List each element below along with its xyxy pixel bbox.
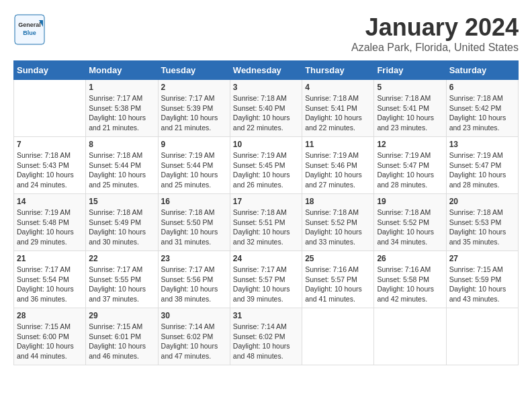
weekday-header-cell: Saturday: [446, 61, 518, 80]
calendar-cell: 17Sunrise: 7:18 AM Sunset: 5:51 PM Dayli…: [230, 194, 302, 251]
day-number: 14: [17, 197, 83, 206]
day-number: 9: [161, 140, 227, 149]
calendar-cell: 5Sunrise: 7:18 AM Sunset: 5:41 PM Daylig…: [374, 80, 446, 137]
day-number: 17: [233, 197, 299, 206]
day-info: Sunrise: 7:18 AM Sunset: 5:51 PM Dayligh…: [233, 208, 299, 247]
day-number: 11: [305, 140, 371, 149]
calendar-cell: 4Sunrise: 7:18 AM Sunset: 5:41 PM Daylig…: [302, 80, 374, 137]
calendar-cell: 20Sunrise: 7:18 AM Sunset: 5:53 PM Dayli…: [446, 194, 518, 251]
calendar-table: SundayMondayTuesdayWednesdayThursdayFrid…: [13, 60, 519, 365]
day-info: Sunrise: 7:19 AM Sunset: 5:46 PM Dayligh…: [305, 150, 371, 190]
day-info: Sunrise: 7:17 AM Sunset: 5:57 PM Dayligh…: [233, 265, 299, 304]
weekday-header-cell: Monday: [86, 61, 158, 80]
calendar-cell: 25Sunrise: 7:16 AM Sunset: 5:57 PM Dayli…: [302, 251, 374, 308]
month-title: January 2024: [351, 13, 519, 42]
day-number: 5: [377, 83, 443, 92]
day-info: Sunrise: 7:17 AM Sunset: 5:54 PM Dayligh…: [17, 265, 83, 304]
day-info: Sunrise: 7:15 AM Sunset: 6:00 PM Dayligh…: [17, 322, 83, 361]
calendar-cell: [302, 308, 374, 365]
title-section: January 2024 Azalea Park, Florida, Unite…: [351, 13, 519, 54]
calendar-cell: 9Sunrise: 7:19 AM Sunset: 5:44 PM Daylig…: [158, 137, 230, 194]
day-number: 6: [449, 83, 515, 92]
calendar-cell: 29Sunrise: 7:15 AM Sunset: 6:01 PM Dayli…: [86, 308, 158, 365]
logo-graphic: General Blue: [13, 13, 46, 46]
location-title: Azalea Park, Florida, United States: [351, 42, 519, 54]
calendar-cell: [374, 308, 446, 365]
day-info: Sunrise: 7:15 AM Sunset: 6:01 PM Dayligh…: [89, 322, 154, 361]
day-info: Sunrise: 7:19 AM Sunset: 5:44 PM Dayligh…: [161, 150, 227, 190]
calendar-cell: [14, 80, 86, 137]
calendar-cell: 1Sunrise: 7:17 AM Sunset: 5:38 PM Daylig…: [86, 80, 158, 137]
weekday-header-cell: Wednesday: [230, 61, 302, 80]
day-number: 1: [89, 83, 154, 92]
page-header: General Blue January 2024 Azalea Park, F…: [13, 13, 519, 54]
day-number: 2: [161, 83, 227, 92]
weekday-header-cell: Thursday: [302, 61, 374, 80]
calendar-cell: 18Sunrise: 7:18 AM Sunset: 5:52 PM Dayli…: [302, 194, 374, 251]
weekday-header-cell: Tuesday: [158, 61, 230, 80]
calendar-cell: 21Sunrise: 7:17 AM Sunset: 5:54 PM Dayli…: [14, 251, 86, 308]
calendar-cell: 15Sunrise: 7:18 AM Sunset: 5:49 PM Dayli…: [86, 194, 158, 251]
day-info: Sunrise: 7:14 AM Sunset: 6:02 PM Dayligh…: [233, 322, 299, 361]
weekday-header-cell: Friday: [374, 61, 446, 80]
svg-text:General: General: [18, 21, 41, 28]
calendar-cell: [446, 308, 518, 365]
day-number: 30: [161, 311, 227, 320]
day-info: Sunrise: 7:17 AM Sunset: 5:55 PM Dayligh…: [89, 265, 154, 304]
day-number: 3: [233, 83, 299, 92]
calendar-cell: 24Sunrise: 7:17 AM Sunset: 5:57 PM Dayli…: [230, 251, 302, 308]
calendar-cell: 27Sunrise: 7:15 AM Sunset: 5:59 PM Dayli…: [446, 251, 518, 308]
day-number: 20: [449, 197, 515, 206]
day-number: 24: [233, 254, 299, 263]
calendar-cell: 10Sunrise: 7:19 AM Sunset: 5:45 PM Dayli…: [230, 137, 302, 194]
calendar-cell: 11Sunrise: 7:19 AM Sunset: 5:46 PM Dayli…: [302, 137, 374, 194]
calendar-cell: 19Sunrise: 7:18 AM Sunset: 5:52 PM Dayli…: [374, 194, 446, 251]
day-number: 18: [305, 197, 371, 206]
day-info: Sunrise: 7:17 AM Sunset: 5:39 PM Dayligh…: [161, 93, 227, 133]
calendar-week-row: 1Sunrise: 7:17 AM Sunset: 5:38 PM Daylig…: [14, 80, 519, 137]
weekday-header-row: SundayMondayTuesdayWednesdayThursdayFrid…: [14, 61, 519, 80]
calendar-week-row: 21Sunrise: 7:17 AM Sunset: 5:54 PM Dayli…: [14, 251, 519, 308]
day-info: Sunrise: 7:18 AM Sunset: 5:41 PM Dayligh…: [305, 93, 371, 133]
calendar-cell: 31Sunrise: 7:14 AM Sunset: 6:02 PM Dayli…: [230, 308, 302, 365]
calendar-cell: 30Sunrise: 7:14 AM Sunset: 6:02 PM Dayli…: [158, 308, 230, 365]
day-info: Sunrise: 7:18 AM Sunset: 5:41 PM Dayligh…: [377, 93, 443, 133]
calendar-cell: 8Sunrise: 7:18 AM Sunset: 5:44 PM Daylig…: [86, 137, 158, 194]
calendar-cell: 12Sunrise: 7:19 AM Sunset: 5:47 PM Dayli…: [374, 137, 446, 194]
day-info: Sunrise: 7:16 AM Sunset: 5:58 PM Dayligh…: [377, 265, 443, 304]
day-number: 7: [17, 140, 83, 149]
day-info: Sunrise: 7:18 AM Sunset: 5:49 PM Dayligh…: [89, 208, 154, 247]
calendar-cell: 7Sunrise: 7:18 AM Sunset: 5:43 PM Daylig…: [14, 137, 86, 194]
day-number: 27: [449, 254, 515, 263]
calendar-cell: 3Sunrise: 7:18 AM Sunset: 5:40 PM Daylig…: [230, 80, 302, 137]
calendar-cell: 22Sunrise: 7:17 AM Sunset: 5:55 PM Dayli…: [86, 251, 158, 308]
calendar-week-row: 14Sunrise: 7:19 AM Sunset: 5:48 PM Dayli…: [14, 194, 519, 251]
day-info: Sunrise: 7:17 AM Sunset: 5:38 PM Dayligh…: [89, 93, 154, 133]
day-info: Sunrise: 7:18 AM Sunset: 5:42 PM Dayligh…: [449, 93, 515, 133]
calendar-cell: 2Sunrise: 7:17 AM Sunset: 5:39 PM Daylig…: [158, 80, 230, 137]
calendar-cell: 26Sunrise: 7:16 AM Sunset: 5:58 PM Dayli…: [374, 251, 446, 308]
calendar-week-row: 28Sunrise: 7:15 AM Sunset: 6:00 PM Dayli…: [14, 308, 519, 365]
day-info: Sunrise: 7:18 AM Sunset: 5:40 PM Dayligh…: [233, 93, 299, 133]
day-info: Sunrise: 7:19 AM Sunset: 5:48 PM Dayligh…: [17, 208, 83, 247]
logo: General Blue: [13, 13, 46, 46]
day-number: 31: [233, 311, 299, 320]
calendar-week-row: 7Sunrise: 7:18 AM Sunset: 5:43 PM Daylig…: [14, 137, 519, 194]
day-info: Sunrise: 7:14 AM Sunset: 6:02 PM Dayligh…: [161, 322, 227, 361]
day-info: Sunrise: 7:18 AM Sunset: 5:52 PM Dayligh…: [377, 208, 443, 247]
day-number: 26: [377, 254, 443, 263]
day-number: 15: [89, 197, 154, 206]
calendar-body: 1Sunrise: 7:17 AM Sunset: 5:38 PM Daylig…: [14, 80, 519, 365]
calendar-cell: 16Sunrise: 7:18 AM Sunset: 5:50 PM Dayli…: [158, 194, 230, 251]
day-info: Sunrise: 7:18 AM Sunset: 5:43 PM Dayligh…: [17, 150, 83, 190]
day-number: 13: [449, 140, 515, 149]
day-number: 25: [305, 254, 371, 263]
day-number: 16: [161, 197, 227, 206]
day-info: Sunrise: 7:18 AM Sunset: 5:50 PM Dayligh…: [161, 208, 227, 247]
day-number: 8: [89, 140, 154, 149]
day-info: Sunrise: 7:16 AM Sunset: 5:57 PM Dayligh…: [305, 265, 371, 304]
day-number: 21: [17, 254, 83, 263]
calendar-cell: 6Sunrise: 7:18 AM Sunset: 5:42 PM Daylig…: [446, 80, 518, 137]
calendar-cell: 28Sunrise: 7:15 AM Sunset: 6:00 PM Dayli…: [14, 308, 86, 365]
day-number: 4: [305, 83, 371, 92]
